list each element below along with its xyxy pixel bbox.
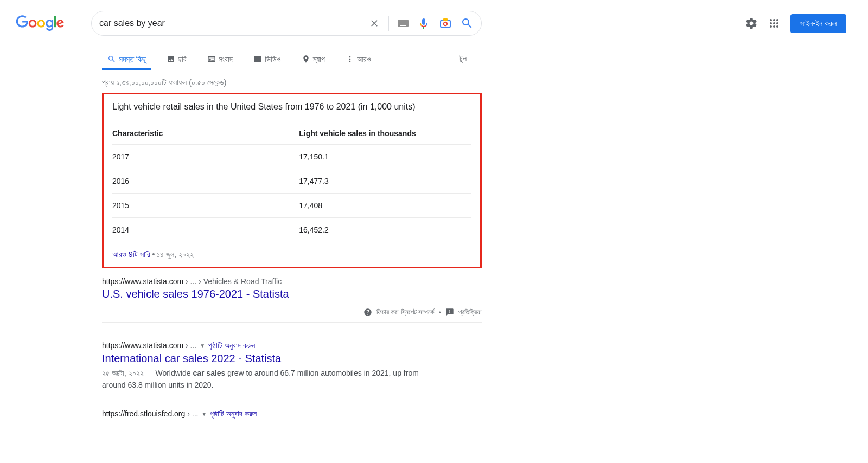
about-snippet-link[interactable]: ফিচার করা স্নিপেট সম্পর্কে — [376, 308, 435, 317]
header-right: সাইন-ইন করুন — [745, 14, 857, 33]
tab-label: ছবি — [178, 55, 187, 64]
keyboard-icon[interactable] — [398, 20, 409, 27]
tab-label: ভিডিও — [265, 55, 281, 64]
breadcrumb[interactable]: https://fred.stlouisfed.org › ... ▼ পৃষ্… — [102, 409, 482, 419]
translate-link[interactable]: পৃষ্ঠাটি অনুবাদ করুন — [210, 409, 257, 418]
search-bar[interactable] — [91, 11, 482, 36]
tab-maps[interactable]: ম্যাপ — [296, 48, 330, 70]
snippet-table: Characteristic Light vehicle sales in th… — [112, 124, 471, 242]
signin-button[interactable]: সাইন-ইন করুন — [790, 14, 846, 33]
svg-rect-2 — [443, 18, 448, 21]
header-bar: সাইন-ইন করুন — [0, 0, 868, 36]
help-icon[interactable] — [363, 308, 372, 317]
search-input[interactable] — [99, 18, 369, 28]
tabs-bar: সমস্ত কিছু ছবি সংবাদ ভিডিও ম্যাপ আরও টুল — [102, 48, 868, 70]
search-icon[interactable] — [461, 17, 474, 30]
featured-snippet: Light vehicle retail sales in the United… — [102, 93, 482, 268]
settings-icon[interactable] — [745, 17, 758, 30]
tab-all[interactable]: সমস্ত কিছু — [102, 48, 151, 70]
search-actions — [369, 16, 474, 31]
table-row: 201517,408 — [112, 194, 471, 218]
results-area: প্রায় ১,৩৪,০০,০০,০০০টি ফলাফল (০.৫০ সেকে… — [102, 70, 482, 419]
image-search-icon[interactable] — [439, 17, 452, 30]
google-logo[interactable] — [15, 15, 65, 31]
tab-label: সংবাদ — [219, 55, 233, 64]
more-rows: আরও 9টি সারি • ১৪ জুল, ২০২২ — [112, 250, 471, 259]
result-item: https://www.statista.com › ... › Vehicle… — [102, 277, 482, 323]
tab-label: আরও — [357, 55, 371, 64]
snippet-info-bar: ফিচার করা স্নিপেট সম্পর্কে • প্রতিক্রিয়… — [102, 308, 482, 323]
table-header: Light vehicle sales in thousands — [299, 124, 471, 145]
tab-label: ম্যাপ — [313, 55, 325, 64]
svg-point-1 — [444, 22, 447, 25]
voice-search-icon[interactable] — [417, 17, 430, 30]
table-row: 201717,150.1 — [112, 145, 471, 169]
result-item: https://www.statista.com › ... ▼ পৃষ্ঠাট… — [102, 341, 482, 391]
result-item: https://fred.stlouisfed.org › ... ▼ পৃষ্… — [102, 409, 482, 419]
tab-images[interactable]: ছবি — [161, 48, 192, 70]
clear-icon[interactable] — [369, 18, 380, 29]
snippet-title: Light vehicle retail sales in the United… — [112, 102, 471, 112]
table-row: 201416,452.2 — [112, 218, 471, 242]
apps-icon[interactable] — [768, 17, 781, 30]
result-stats: প্রায় ১,৩৪,০০,০০,০০০টি ফলাফল (০.৫০ সেকে… — [102, 70, 482, 93]
table-row: 201617,477.3 — [112, 169, 471, 194]
tab-more[interactable]: আরও — [340, 48, 376, 70]
feedback-icon[interactable] — [445, 308, 454, 317]
result-description: ২৫ অক্টো, ২০২২ — Worldwide car sales gre… — [102, 367, 444, 391]
breadcrumb[interactable]: https://www.statista.com › ... ▼ পৃষ্ঠাট… — [102, 341, 482, 350]
svg-rect-0 — [441, 20, 450, 28]
feedback-link[interactable]: প্রতিক্রিয়া — [458, 308, 482, 317]
tools-button[interactable]: টুল — [459, 48, 467, 70]
more-rows-link[interactable]: আরও 9টি সারি — [112, 250, 150, 259]
tab-label: সমস্ত কিছু — [119, 55, 146, 64]
breadcrumb[interactable]: https://www.statista.com › ... › Vehicle… — [102, 277, 482, 286]
tab-videos[interactable]: ভিডিও — [248, 48, 286, 70]
result-title-link[interactable]: U.S. vehicle sales 1976-2021 - Statista — [102, 286, 289, 300]
tab-news[interactable]: সংবাদ — [202, 48, 238, 70]
table-header: Characteristic — [112, 124, 299, 145]
translate-link[interactable]: পৃষ্ঠাটি অনুবাদ করুন — [208, 341, 255, 350]
result-title-link[interactable]: International car sales 2022 - Statista — [102, 350, 281, 365]
